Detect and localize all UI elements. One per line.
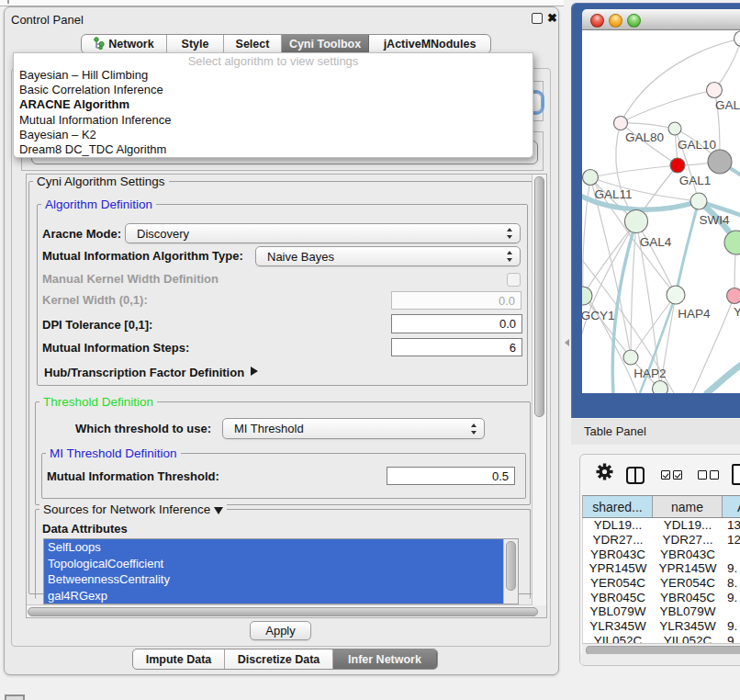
apply-button[interactable]: Apply — [250, 621, 311, 640]
mi-steps-field[interactable]: 6 — [391, 338, 522, 356]
network-node[interactable] — [667, 286, 685, 304]
tab-impute-data[interactable]: Impute Data — [133, 649, 225, 669]
network-node[interactable] — [670, 158, 685, 173]
tab-style[interactable]: Style — [167, 35, 224, 53]
data-attribute-item[interactable]: gal4RGexp — [44, 588, 504, 604]
table-cell[interactable]: YDR27... — [583, 533, 653, 548]
minimize-traffic-light-icon[interactable] — [609, 14, 622, 28]
collapse-arrow-icon[interactable] — [214, 507, 223, 514]
network-window-titlebar[interactable] — [582, 9, 740, 30]
close-traffic-light-icon[interactable] — [590, 14, 604, 28]
zoom-traffic-light-icon[interactable] — [627, 14, 641, 28]
network-node[interactable] — [708, 150, 732, 174]
kernel-width-field[interactable]: 0.0 — [391, 291, 521, 310]
manual-kernel-checkbox[interactable] — [507, 273, 521, 287]
settings-vertical-scrollbar[interactable] — [532, 175, 546, 605]
tab-discretize-data[interactable]: Discretize Data — [225, 649, 333, 669]
table-horizontal-scrollbar[interactable] — [582, 643, 740, 654]
network-node[interactable] — [583, 170, 599, 186]
table-cell[interactable]: YDL19... — [653, 518, 723, 533]
column-header-shared-name[interactable]: shared... — [583, 496, 653, 517]
table-cell[interactable]: YER054C — [653, 576, 723, 591]
algorithm-option[interactable]: Bayesian – K2 — [14, 128, 533, 142]
table-cell[interactable]: YBR045C — [583, 590, 653, 604]
network-node[interactable] — [734, 31, 740, 47]
network-edge[interactable] — [676, 201, 699, 295]
select-all-checkboxes-icon[interactable] — [661, 470, 682, 480]
table-cell[interactable]: YPR145W — [653, 561, 723, 576]
network-node[interactable] — [724, 231, 740, 254]
network-node[interactable] — [625, 210, 648, 233]
mi-threshold-field[interactable]: 0.5 — [387, 467, 515, 485]
tab-infer-network[interactable]: Infer Network — [333, 649, 437, 669]
table-cell[interactable]: YBR043C — [583, 547, 653, 561]
dpi-tolerance-field[interactable]: 0.0 — [391, 314, 522, 333]
data-attribute-item[interactable]: BetweennessCentrality — [44, 571, 504, 588]
table-row[interactable]: YBR043CYBR043C — [583, 547, 740, 561]
table-cell[interactable]: 13 — [723, 518, 740, 533]
table-cell[interactable]: YBL079W — [583, 604, 653, 619]
table-row[interactable]: YDL19...YDL19...13 — [583, 518, 740, 533]
table-row[interactable]: YBR045CYBR045C9. — [583, 590, 740, 604]
table-cell[interactable] — [723, 604, 740, 619]
network-edge[interactable] — [590, 165, 678, 177]
float-window-icon[interactable] — [532, 13, 543, 24]
split-columns-icon[interactable] — [626, 467, 645, 484]
network-node[interactable] — [727, 288, 740, 304]
close-icon[interactable]: ✖ — [547, 11, 557, 25]
table-horizontal-scrollbar-thumb[interactable] — [586, 646, 740, 655]
network-edge[interactable] — [583, 296, 631, 357]
list-scrollbar[interactable] — [503, 539, 518, 604]
tab-select[interactable]: Select — [224, 35, 282, 53]
algorithm-option[interactable]: Basic Correlation Inference — [14, 83, 533, 97]
tab-jactivemnodules[interactable]: jActiveMNodules — [369, 35, 490, 53]
network-edge[interactable] — [631, 295, 676, 357]
table-cell[interactable]: YLR345W — [653, 619, 723, 634]
table-cell[interactable]: 12 — [723, 533, 740, 548]
network-edge[interactable] — [714, 39, 740, 90]
algorithm-option[interactable]: Dream8 DC_TDC Algorithm — [14, 142, 533, 157]
table-cell[interactable]: YBL079W — [653, 604, 723, 619]
network-edge[interactable] — [583, 221, 636, 296]
network-node[interactable] — [653, 381, 668, 394]
algorithm-option[interactable]: Bayesian – Hill Climbing — [14, 68, 533, 83]
expand-arrow-icon[interactable] — [251, 367, 258, 376]
table-cell[interactable]: 9. — [723, 619, 740, 634]
table-row[interactable]: YDR27...YDR27...12 — [583, 533, 740, 548]
table-cell[interactable]: YBR045C — [653, 590, 723, 604]
network-edge[interactable] — [621, 90, 714, 123]
aracne-mode-combobox[interactable]: Discovery — [125, 223, 521, 243]
settings-horizontal-scrollbar[interactable] — [27, 604, 533, 617]
column-header-partial[interactable]: A — [723, 496, 740, 517]
table-cell[interactable]: YBR043C — [653, 547, 723, 561]
algorithm-option[interactable]: ARACNE Algorithm — [14, 97, 533, 112]
table-cell[interactable]: YLR345W — [583, 619, 653, 634]
list-scrollbar-thumb[interactable] — [506, 541, 516, 591]
network-node[interactable] — [707, 83, 723, 98]
data-attribute-item[interactable]: TopologicalCoefficient — [44, 556, 504, 572]
deselect-all-checkboxes-icon[interactable] — [698, 470, 719, 480]
table-cell[interactable]: YPR145W — [583, 561, 653, 576]
settings-horizontal-scrollbar-thumb[interactable] — [28, 607, 538, 617]
settings-vertical-scrollbar-thumb[interactable] — [534, 176, 544, 417]
network-node[interactable] — [614, 117, 628, 130]
network-canvas[interactable]: GALGAL80GAL10GAL1GAL11SWI4GAL4GCY1HAP4YH… — [582, 30, 740, 393]
data-attribute-item[interactable]: SelfLoops — [44, 539, 504, 556]
table-cell[interactable]: YDR27... — [653, 533, 723, 548]
network-edge[interactable] — [621, 123, 675, 129]
mini-window-icon[interactable] — [5, 694, 25, 700]
algorithm-option[interactable]: Mutual Information Inference — [14, 113, 533, 128]
tab-network[interactable]: Network — [82, 35, 167, 53]
network-node[interactable] — [690, 193, 707, 209]
table-row[interactable]: YBL079WYBL079W — [583, 604, 740, 619]
which-threshold-combobox[interactable]: MI Threshold — [222, 418, 485, 439]
tab-cyni-toolbox[interactable]: Cyni Toolbox — [282, 35, 369, 53]
mi-type-combobox[interactable]: Naive Bayes — [255, 246, 521, 266]
table-cell[interactable]: 8. — [723, 576, 740, 591]
network-node[interactable] — [668, 122, 681, 135]
network-node[interactable] — [623, 350, 638, 365]
table-row[interactable]: YPR145WYPR145W9. — [583, 561, 740, 576]
document-icon[interactable] — [732, 464, 740, 485]
gear-icon[interactable] — [595, 462, 614, 481]
table-cell[interactable]: 9. — [723, 561, 740, 576]
